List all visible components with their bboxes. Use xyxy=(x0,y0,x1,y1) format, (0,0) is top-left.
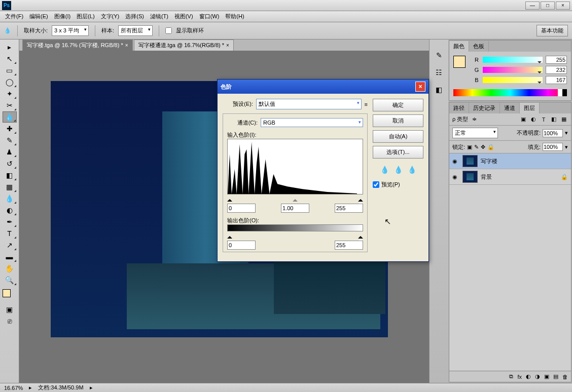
delete-icon[interactable]: 🗑 xyxy=(562,374,568,380)
chevron-down-icon[interactable]: ▾ xyxy=(565,144,568,150)
b-slider[interactable] xyxy=(483,77,543,83)
eyedropper-tool[interactable]: 💧 xyxy=(3,111,17,123)
b-input[interactable] xyxy=(546,76,567,84)
hand-tool[interactable]: ✋ xyxy=(3,263,17,274)
zoom-tool[interactable]: 🔍 xyxy=(3,275,17,286)
r-input[interactable] xyxy=(546,56,567,64)
options-button[interactable]: 选项(T)... xyxy=(373,146,423,159)
show-ring-checkbox[interactable] xyxy=(165,27,172,34)
stamp-tool[interactable]: ♟ xyxy=(3,146,17,158)
marquee-tool[interactable]: ▭ xyxy=(3,65,17,76)
dodge-tool[interactable]: ◐ xyxy=(3,205,17,216)
sample-size-select[interactable]: 3 x 3 平均 xyxy=(52,25,89,36)
sample-select[interactable]: 所有图层 xyxy=(118,25,153,36)
opacity-input[interactable] xyxy=(543,129,563,137)
preview-checkbox[interactable] xyxy=(373,181,379,188)
close-icon[interactable]: × xyxy=(125,43,128,48)
menu-window[interactable]: 窗口(W) xyxy=(196,12,223,21)
chevron-right-icon[interactable]: ▸ xyxy=(90,384,93,391)
close-icon[interactable]: × xyxy=(226,43,229,48)
tab-color[interactable]: 颜色 xyxy=(449,41,469,52)
menu-select[interactable]: 选择(S) xyxy=(122,12,147,21)
layer-thumbnail[interactable] xyxy=(462,171,478,183)
menu-image[interactable]: 图像(I) xyxy=(51,12,74,21)
foreground-swatch[interactable] xyxy=(453,56,466,68)
shape-tool[interactable]: ▬ xyxy=(3,251,17,262)
filter-pixel-icon[interactable]: ▣ xyxy=(519,116,527,123)
blend-mode-select[interactable]: 正常 xyxy=(452,128,498,138)
pen-tool[interactable]: ✒ xyxy=(3,216,17,227)
adjustment-icon[interactable]: ◑ xyxy=(535,373,540,380)
eyedropper-icon[interactable]: 💧 xyxy=(4,27,11,34)
menu-view[interactable]: 视图(V) xyxy=(171,12,196,21)
preset-select[interactable]: 默认值 xyxy=(256,99,362,109)
gradient-tool[interactable]: ▦ xyxy=(3,181,17,192)
styles-panel-icon[interactable]: ◧ xyxy=(434,84,445,95)
document-tab-2[interactable]: 写字楼通道.tga @ 16.7%(RGB/8) *× xyxy=(134,40,234,51)
healing-tool[interactable]: ✚ xyxy=(3,123,17,134)
lasso-tool[interactable]: ◯ xyxy=(3,76,17,88)
output-shadow[interactable] xyxy=(227,241,256,250)
expand-icon[interactable]: ▸ xyxy=(29,384,32,391)
output-slider[interactable] xyxy=(227,233,363,239)
input-slider[interactable] xyxy=(227,197,363,202)
tab-swatches[interactable]: 色板 xyxy=(469,41,489,52)
input-midtone[interactable] xyxy=(281,204,309,213)
layer-thumbnail[interactable] xyxy=(462,155,478,167)
r-slider[interactable] xyxy=(483,57,543,63)
lock-trans-icon[interactable]: ▣ xyxy=(467,144,472,150)
chevron-down-icon[interactable]: ▾ xyxy=(565,130,568,136)
auto-button[interactable]: 自动(A) xyxy=(373,130,423,143)
layer-name[interactable]: 背景 xyxy=(481,173,492,181)
menu-layer[interactable]: 图层(L) xyxy=(74,12,97,21)
tab-layers[interactable]: 图层 xyxy=(520,103,540,113)
quickmask-toggle[interactable]: ▣ xyxy=(3,304,17,315)
tab-channels[interactable]: 通道 xyxy=(500,103,520,113)
filter-type-icon[interactable]: T xyxy=(540,116,548,123)
output-highlight[interactable] xyxy=(335,241,363,250)
brush-panel-icon[interactable]: ✎ xyxy=(434,50,445,61)
document-tab-1[interactable]: 写字楼.tga @ 16.7% (写字楼, RGB/8) *× xyxy=(22,40,133,51)
layer-row[interactable]: ◉ 背景 🔒 xyxy=(449,169,571,185)
magic-wand-tool[interactable]: ✦ xyxy=(3,88,17,99)
color-swatches[interactable] xyxy=(3,289,17,303)
link-icon[interactable]: ⧉ xyxy=(509,373,513,380)
dialog-close-button[interactable]: × xyxy=(415,82,425,92)
input-shadow[interactable] xyxy=(227,204,256,213)
group-icon[interactable]: ▣ xyxy=(544,373,549,380)
layer-name[interactable]: 写字楼 xyxy=(481,158,497,165)
screenmode-toggle[interactable]: ⎚ xyxy=(3,316,17,327)
zoom-level[interactable]: 16.67% xyxy=(4,385,23,391)
workspace-basic-button[interactable]: 基本功能 xyxy=(537,25,568,36)
spectrum-bar[interactable] xyxy=(453,89,567,96)
adjustments-panel-icon[interactable]: ☷ xyxy=(434,67,445,78)
input-highlight[interactable] xyxy=(335,204,363,213)
visibility-icon[interactable]: ◉ xyxy=(452,174,459,180)
preset-menu-icon[interactable]: ≡ xyxy=(365,101,368,107)
path-tool[interactable]: ↗ xyxy=(3,240,17,251)
visibility-icon[interactable]: ◉ xyxy=(452,158,459,165)
dialog-titlebar[interactable]: 色阶 × xyxy=(218,80,428,94)
filter-shape-icon[interactable]: ◧ xyxy=(550,116,558,123)
foreground-swatch[interactable] xyxy=(3,289,11,297)
menu-type[interactable]: 文字(Y) xyxy=(98,12,123,21)
filter-adjust-icon[interactable]: ◐ xyxy=(529,116,538,123)
white-eyedropper-icon[interactable]: 💧 xyxy=(408,166,416,174)
eraser-tool[interactable]: ◧ xyxy=(3,170,17,181)
lock-pos-icon[interactable]: ✥ xyxy=(481,144,485,150)
lock-paint-icon[interactable]: ✎ xyxy=(474,144,479,150)
tab-paths[interactable]: 路径 xyxy=(449,103,469,113)
menu-file[interactable]: 文件(F) xyxy=(2,12,26,21)
fx-icon[interactable]: fx xyxy=(517,374,522,380)
lock-all-icon[interactable]: 🔒 xyxy=(487,144,494,150)
crop-tool[interactable]: ✂ xyxy=(3,100,17,111)
channel-select[interactable]: RGB xyxy=(261,118,363,127)
black-eyedropper-icon[interactable]: 💧 xyxy=(380,166,389,174)
ok-button[interactable]: 确定 xyxy=(373,99,423,111)
layer-row[interactable]: ◉ 写字楼 xyxy=(449,153,571,169)
gray-eyedropper-icon[interactable]: 💧 xyxy=(394,166,403,174)
history-brush-tool[interactable]: ↺ xyxy=(3,158,17,169)
type-tool[interactable]: T xyxy=(3,228,17,239)
minimize-button[interactable]: — xyxy=(525,2,540,10)
filter-smart-icon[interactable]: ▦ xyxy=(560,116,568,123)
